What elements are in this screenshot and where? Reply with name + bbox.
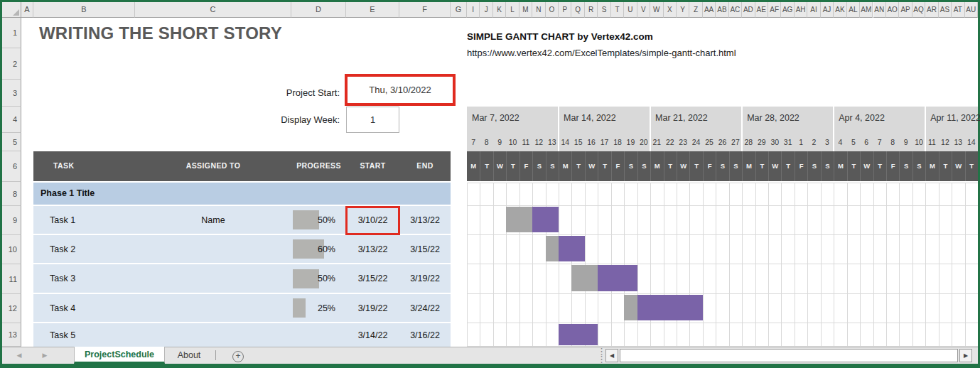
weekday-letter-cell[interactable]: S	[637, 151, 650, 181]
weekday-letter-cell[interactable]: W	[952, 151, 964, 181]
scroll-left-icon[interactable]: ◀	[605, 349, 618, 362]
column-header-AG[interactable]: AG	[781, 2, 794, 18]
day-number-cell[interactable]: 16	[585, 134, 598, 150]
column-header-AP[interactable]: AP	[899, 2, 912, 18]
phase-row[interactable]: Phase 1 Title	[33, 183, 451, 205]
template-url-link[interactable]: https://www.vertex42.com/ExcelTemplates/…	[467, 48, 736, 58]
weekday-letter-cell[interactable]: T	[506, 151, 519, 181]
column-header-AQ[interactable]: AQ	[912, 2, 925, 18]
day-number-cell[interactable]: 26	[716, 134, 728, 150]
column-header-AO[interactable]: AO	[886, 2, 899, 18]
day-number-cell[interactable]: 12	[939, 134, 952, 150]
column-header-AB[interactable]: AB	[716, 2, 728, 18]
weekday-letter-cell[interactable]: S	[546, 151, 559, 181]
progress-cell[interactable]	[291, 323, 346, 347]
assigned-to-cell[interactable]: Name	[135, 206, 291, 234]
column-header-P[interactable]: P	[559, 2, 571, 18]
day-number-cell[interactable]: 29	[755, 134, 768, 150]
column-header-R[interactable]: R	[585, 2, 598, 18]
weekday-letter-cell[interactable]: S	[899, 151, 912, 181]
day-number-cell[interactable]: 17	[598, 134, 610, 150]
assigned-to-cell[interactable]	[135, 264, 291, 293]
day-number-cell[interactable]: 23	[677, 134, 689, 150]
day-number-cell[interactable]: 22	[664, 134, 677, 150]
new-sheet-button[interactable]: +	[232, 351, 244, 362]
scrollbar-resize-handle[interactable]: ⋮⋮	[597, 347, 605, 363]
weekday-letter-cell[interactable]: M	[925, 151, 938, 181]
column-header-AA[interactable]: AA	[703, 2, 716, 18]
day-number-cell[interactable]: 30	[768, 134, 781, 150]
column-header-C[interactable]: C	[135, 2, 291, 18]
weekday-letter-cell[interactable]: W	[768, 151, 781, 181]
start-date-cell[interactable]: 3/14/22	[346, 323, 399, 347]
start-date-cell[interactable]: 3/13/22	[346, 235, 399, 263]
row-header-1[interactable]: 1	[2, 18, 21, 48]
day-number-cell[interactable]: 31	[781, 134, 794, 150]
assigned-to-cell[interactable]	[135, 294, 291, 322]
tab-scroll-left-icon[interactable]: ◀	[11, 347, 27, 364]
weekday-letter-cell[interactable]: T	[781, 151, 794, 181]
row-header-2[interactable]: 2	[2, 48, 21, 80]
tab-projectschedule[interactable]: ProjectSchedule	[74, 347, 165, 364]
weekday-letter-cell[interactable]: T	[598, 151, 610, 181]
end-date-cell[interactable]: 3/19/22	[399, 264, 451, 293]
assigned-to-cell[interactable]	[135, 323, 291, 347]
end-date-cell[interactable]: 3/16/22	[399, 323, 451, 347]
column-header-AD[interactable]: AD	[742, 2, 755, 18]
task-name-cell[interactable]: Task 3	[50, 264, 75, 293]
task-name-cell[interactable]: Task 4	[50, 294, 75, 322]
column-header-AE[interactable]: AE	[755, 2, 768, 18]
column-header-A[interactable]: A	[21, 2, 33, 18]
column-header-Z[interactable]: Z	[689, 2, 702, 18]
column-header-AM[interactable]: AM	[860, 2, 873, 18]
row-header-4[interactable]: 4	[2, 107, 21, 133]
weekday-letter-cell[interactable]: M	[742, 151, 755, 181]
weekday-letter-cell[interactable]: F	[703, 151, 716, 181]
column-header-AF[interactable]: AF	[768, 2, 781, 18]
day-number-cell[interactable]: 10	[506, 134, 519, 150]
row-header-9[interactable]: 9	[2, 206, 21, 235]
weekday-letter-cell[interactable]: T	[873, 151, 886, 181]
column-header-B[interactable]: B	[33, 2, 135, 18]
column-header-AU[interactable]: AU	[965, 2, 978, 18]
column-header-D[interactable]: D	[291, 2, 346, 18]
weekday-letter-cell[interactable]: T	[480, 151, 492, 181]
column-header-L[interactable]: L	[506, 2, 519, 18]
weekday-letter-cell[interactable]: T	[939, 151, 952, 181]
day-number-cell[interactable]: 14	[965, 134, 978, 150]
day-number-cell[interactable]: 7	[873, 134, 886, 150]
column-header-V[interactable]: V	[637, 2, 650, 18]
start-date-cell[interactable]: 3/10/22	[346, 206, 399, 234]
progress-cell[interactable]: 50%	[291, 264, 346, 293]
weekday-letter-cell[interactable]: S	[807, 151, 820, 181]
day-number-cell[interactable]: 27	[729, 134, 742, 150]
column-header-Y[interactable]: Y	[677, 2, 689, 18]
day-number-cell[interactable]: 2	[807, 134, 820, 150]
task-row[interactable]: Task 425%3/19/223/24/22	[33, 294, 451, 322]
project-start-input[interactable]: Thu, 3/10/2022	[345, 74, 456, 106]
progress-cell[interactable]: 25%	[291, 294, 346, 322]
weekday-letter-cell[interactable]: W	[860, 151, 873, 181]
scrollbar-thumb[interactable]	[620, 349, 958, 362]
weekday-letter-cell[interactable]: F	[519, 151, 532, 181]
weekday-letter-cell[interactable]: W	[677, 151, 689, 181]
task-name-cell[interactable]: Task 2	[50, 235, 75, 263]
column-header-S[interactable]: S	[598, 2, 610, 18]
column-header-J[interactable]: J	[480, 2, 492, 18]
weekday-letter-cell[interactable]: F	[886, 151, 899, 181]
column-header-U[interactable]: U	[624, 2, 637, 18]
column-header-AI[interactable]: AI	[807, 2, 820, 18]
weekday-letter-cell[interactable]: M	[650, 151, 663, 181]
weekday-letter-cell[interactable]: S	[716, 151, 728, 181]
row-header-10[interactable]: 10	[2, 235, 21, 264]
column-header-AL[interactable]: AL	[847, 2, 860, 18]
weekday-letter-cell[interactable]: F	[795, 151, 807, 181]
weekday-letter-cell[interactable]: M	[559, 151, 571, 181]
column-header-K[interactable]: K	[493, 2, 506, 18]
column-header-W[interactable]: W	[650, 2, 663, 18]
day-number-cell[interactable]: 20	[637, 134, 650, 150]
day-number-cell[interactable]: 21	[650, 134, 663, 150]
column-header-M[interactable]: M	[519, 2, 532, 18]
row-header-5[interactable]: 5	[2, 133, 21, 151]
column-header-AN[interactable]: AN	[873, 2, 886, 18]
